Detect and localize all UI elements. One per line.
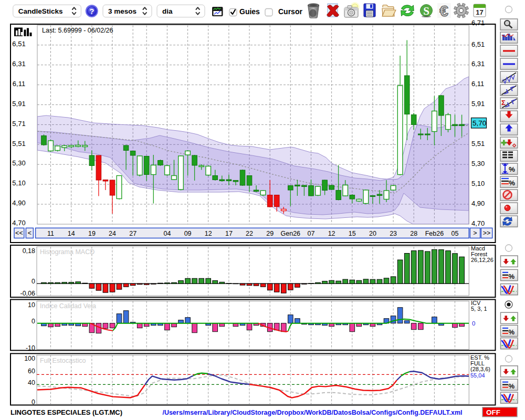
svg-text:5,10: 5,10	[471, 180, 485, 187]
svg-text:26,12,26: 26,12,26	[471, 257, 494, 263]
svg-text:>>: >>	[483, 229, 491, 237]
svg-text:%: %	[509, 382, 515, 390]
svg-text:24: 24	[109, 230, 116, 237]
svg-text:28: 28	[410, 230, 417, 237]
svg-text:CandleSticks: CandleSticks	[18, 7, 63, 15]
svg-text:%: %	[509, 179, 515, 187]
svg-text:4,70: 4,70	[471, 219, 485, 227]
svg-text:5,51: 5,51	[471, 140, 485, 148]
svg-text:11: 11	[47, 230, 54, 237]
svg-text:4,70: 4,70	[12, 219, 25, 227]
svg-text:27: 27	[129, 230, 136, 237]
svg-text:%: %	[509, 272, 515, 280]
svg-text:6,51: 6,51	[12, 40, 25, 48]
svg-text:5,30: 5,30	[12, 159, 25, 167]
svg-text:5,91: 5,91	[12, 100, 25, 108]
svg-text:14: 14	[68, 230, 75, 237]
svg-text:40: 40	[28, 379, 35, 386]
svg-text:23: 23	[390, 230, 397, 237]
svg-text:20: 20	[369, 230, 376, 237]
svg-text:6,51: 6,51	[471, 40, 485, 48]
svg-text:Last: 5.69999 - 06/02/26: Last: 5.69999 - 06/02/26	[42, 27, 113, 34]
svg-text:4,90: 4,90	[12, 199, 25, 207]
svg-text:22: 22	[246, 230, 253, 237]
svg-text:29: 29	[266, 230, 274, 237]
svg-text:0: 0	[32, 398, 35, 406]
svg-text:5,51: 5,51	[12, 140, 25, 148]
svg-text:4,90: 4,90	[471, 200, 485, 207]
svg-text:Cursor: Cursor	[278, 7, 302, 16]
svg-text:Σ: Σ	[501, 99, 506, 107]
svg-text:07: 07	[308, 230, 315, 237]
svg-text:0: 0	[32, 278, 35, 285]
svg-text:6,11: 6,11	[471, 80, 484, 88]
svg-text:5,30: 5,30	[471, 160, 485, 167]
svg-text:<<: <<	[15, 229, 23, 237]
svg-text:05: 05	[452, 230, 459, 237]
svg-text:%: %	[509, 328, 515, 336]
svg-text:S: S	[423, 5, 429, 17]
svg-text:€: €	[439, 2, 448, 19]
svg-text:5, 3, 1: 5, 3, 1	[471, 306, 487, 312]
svg-text:Feb26: Feb26	[425, 230, 444, 237]
svg-text:15: 15	[349, 230, 356, 237]
svg-text:0,18: 0,18	[23, 247, 35, 255]
svg-text:17: 17	[476, 8, 483, 16]
svg-text:Histograma MACD: Histograma MACD	[40, 248, 94, 256]
svg-text:09: 09	[184, 230, 192, 237]
svg-text:5,91: 5,91	[471, 100, 485, 108]
svg-text:3 mesos: 3 mesos	[108, 7, 136, 15]
svg-text:10: 10	[28, 301, 35, 309]
svg-text:12: 12	[328, 230, 335, 237]
svg-text:100: 100	[24, 355, 35, 362]
svg-text:?: ?	[89, 7, 94, 16]
svg-text:5,70: 5,70	[472, 119, 486, 127]
svg-text:6,71: 6,71	[471, 19, 485, 27]
svg-text:/Users/mserra/Library/CloudSto: /Users/mserra/Library/CloudStorage/Dropb…	[162, 409, 462, 416]
svg-text:0: 0	[472, 320, 475, 327]
svg-text:60: 60	[28, 368, 35, 375]
svg-text:LINGOTES ESPECIALES (LGT.MC): LINGOTES ESPECIALES (LGT.MC)	[10, 408, 122, 416]
svg-text:5,71: 5,71	[12, 120, 25, 128]
svg-text:Full Estocastico: Full Estocastico	[40, 357, 86, 364]
svg-text:6,31: 6,31	[12, 60, 25, 68]
svg-text:%: %	[509, 165, 515, 173]
svg-text:19: 19	[88, 230, 96, 237]
svg-text:0: 0	[32, 318, 35, 325]
svg-text:dia: dia	[162, 7, 173, 15]
svg-text:5,10: 5,10	[12, 179, 25, 187]
svg-text:-10: -10	[26, 344, 35, 352]
svg-text:<: <	[28, 229, 32, 237]
svg-text:-0,06: -0,06	[20, 290, 36, 297]
svg-text:6,31: 6,31	[471, 60, 485, 68]
svg-text:OFF: OFF	[486, 408, 500, 416]
svg-text:12: 12	[205, 230, 212, 237]
svg-text:Indice Calidad Vela: Indice Calidad Vela	[40, 302, 96, 310]
svg-text:04: 04	[163, 230, 171, 237]
svg-text:(28,3,6): (28,3,6)	[470, 366, 490, 372]
svg-text:Guies: Guies	[239, 7, 260, 16]
svg-text:Gen26: Gen26	[281, 230, 301, 237]
svg-text:>: >	[473, 229, 477, 237]
svg-text:6,11: 6,11	[13, 80, 25, 88]
svg-text:17: 17	[225, 230, 233, 237]
svg-text:55,04: 55,04	[470, 372, 485, 379]
